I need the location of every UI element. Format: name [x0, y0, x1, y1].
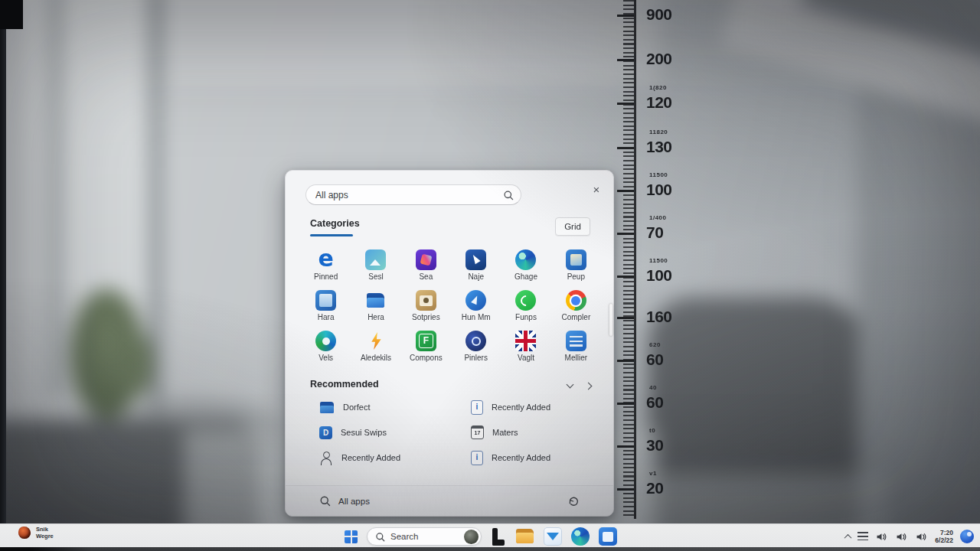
chevron-down-icon[interactable] [567, 381, 574, 389]
start-button[interactable] [345, 530, 358, 543]
taskbar-search[interactable]: Search [367, 527, 482, 546]
app-tile[interactable]: Aledekils [351, 331, 400, 371]
taskbar-search-label: Search [390, 532, 418, 541]
search-highlight-image [464, 530, 479, 544]
app-tile[interactable]: Pinlers [451, 331, 501, 371]
search-icon [503, 190, 514, 201]
windows-logo-icon [345, 530, 358, 543]
watermark-line1: Snik [36, 526, 54, 533]
app-label: Pinlers [451, 354, 501, 362]
tab-categories[interactable]: Categories [310, 218, 360, 229]
ruler-sub-label: 11820 [649, 129, 668, 135]
ruler-sub-label: 11500 [649, 171, 668, 178]
recommended-item[interactable]: Recently Added [471, 398, 550, 416]
app-tile[interactable]: Compler [551, 290, 601, 331]
recommended-label: Dorfect [343, 403, 370, 412]
lightning-icon [365, 331, 386, 351]
all-apps-button[interactable]: All apps [338, 497, 370, 506]
ruler-sub-label: 1(820 [649, 84, 667, 91]
mail-icon [544, 527, 562, 546]
teal-swirl-icon [315, 331, 336, 351]
app-tile[interactable]: Funps [501, 290, 550, 331]
clock-date: 6/2/22 [935, 536, 953, 544]
edge-icon [571, 527, 590, 546]
volume-icon[interactable] [875, 530, 888, 543]
app-label: Funps [501, 313, 550, 321]
document-info-icon [471, 400, 483, 415]
clock[interactable]: 7:20 6/2/22 [935, 529, 953, 544]
recommended-label: Recently Added [492, 403, 550, 412]
copilot-icon[interactable] [960, 530, 974, 543]
app-tile[interactable]: Hun Mm [451, 290, 501, 331]
ruler-sub-label: 1/400 [649, 214, 667, 221]
recommended-label: Sesui Swips [341, 428, 387, 437]
app-label: Mellier [551, 354, 601, 362]
app-tile[interactable]: Pinned [301, 249, 351, 290]
chrome-icon [566, 290, 586, 311]
app-tile[interactable]: Sesl [351, 249, 400, 290]
app-label: Compler [551, 313, 601, 321]
recommended-label: Recently Added [341, 453, 400, 462]
purple-app-icon [416, 249, 436, 270]
app-tile[interactable]: Peup [551, 249, 601, 290]
app-label: Ghage [501, 272, 550, 281]
task-view-button[interactable] [491, 528, 506, 546]
blue-photo-icon [566, 249, 586, 270]
store-button[interactable] [599, 527, 617, 546]
file-explorer-button[interactable] [515, 528, 534, 545]
recommended-item[interactable]: Sesui Swips [319, 423, 387, 442]
circle-arrow-icon [466, 290, 486, 311]
whatsapp-icon [515, 290, 536, 311]
recommended-item[interactable]: Recently Added [471, 448, 550, 467]
file-explorer-icon [515, 528, 534, 545]
mail-button[interactable] [544, 527, 562, 546]
history-icon[interactable] [567, 495, 580, 507]
app-label: Vels [301, 354, 351, 362]
app-tile[interactable]: Naje [451, 249, 501, 290]
close-icon[interactable]: × [589, 182, 604, 197]
search-icon [375, 532, 385, 542]
app-tile[interactable]: Sea [401, 249, 451, 290]
clock-time: 7:20 [935, 529, 953, 536]
app-label: Hara [301, 313, 351, 321]
ruler-number: 60 [646, 393, 663, 412]
app-label: Pinned [301, 272, 351, 281]
ruler-sub-label: 620 [649, 341, 661, 348]
app-tile[interactable]: Hara [301, 290, 351, 331]
scrollbar-handle[interactable] [609, 304, 612, 336]
ruler-number: 20 [646, 479, 663, 497]
app-label: Sea [401, 272, 451, 281]
app-tile[interactable]: Compons [401, 331, 451, 371]
volume-icon[interactable] [895, 530, 908, 543]
screen-edge-bottom [0, 547, 980, 551]
chevron-right-icon[interactable] [585, 383, 593, 390]
start-menu: × Categories Grid Pinned Sesl Sea Naje G… [285, 170, 614, 517]
start-search-box[interactable] [305, 184, 521, 205]
ruler: 900 200 1(820120 11820130 11500100 1/400… [617, 0, 717, 519]
network-lines-icon[interactable] [858, 532, 868, 541]
recommended-item[interactable]: Recently Added [319, 448, 400, 467]
recommended-label: Recently Added [492, 453, 550, 462]
start-search-input[interactable] [315, 185, 492, 204]
app-tile[interactable]: Ghage [501, 249, 550, 290]
ruler-sub-label: v1 [649, 470, 657, 477]
app-tile[interactable]: Mellier [551, 331, 601, 371]
app-tile[interactable]: Vaglt [501, 331, 550, 371]
ruler-minor-ticks [623, 0, 634, 519]
ruler-number: 120 [646, 93, 672, 112]
app-label: Hera [351, 313, 400, 321]
edge-button[interactable] [571, 527, 590, 546]
app-tile[interactable]: Vels [301, 331, 351, 371]
task-view-l-icon [491, 528, 506, 546]
ruler-number: 100 [646, 181, 672, 199]
edge-e-icon [315, 249, 336, 270]
app-tile[interactable]: Hera [351, 290, 400, 331]
recommended-item[interactable]: Dorfect [319, 398, 370, 416]
recommended-item[interactable]: Maters [471, 423, 518, 442]
chevron-up-icon[interactable] [844, 533, 852, 541]
ruler-number: 70 [646, 223, 663, 242]
app-tile[interactable]: Sotpries [401, 290, 451, 331]
volume-icon[interactable] [915, 530, 928, 543]
grid-view-button[interactable]: Grid [555, 217, 590, 236]
person-icon [319, 451, 333, 465]
